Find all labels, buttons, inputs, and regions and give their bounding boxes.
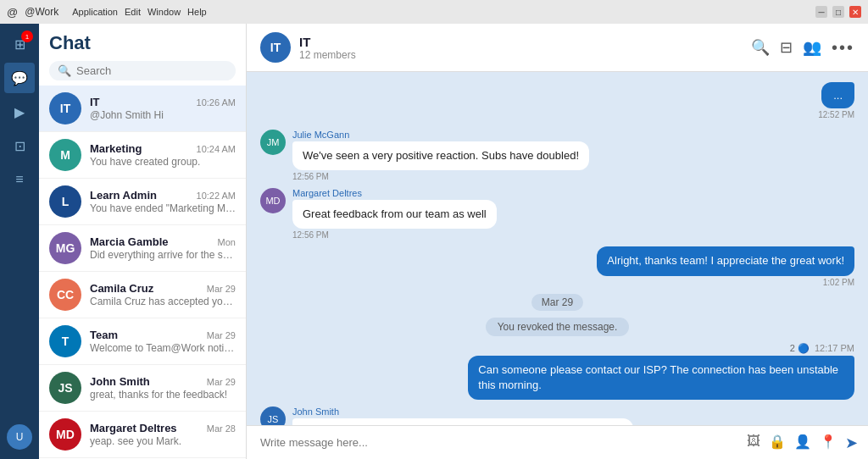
chat-info: Margaret Deltres Mar 28 yeap. see you Ma… — [90, 422, 236, 447]
members-button[interactable]: 👥 — [803, 38, 821, 58]
list-item[interactable]: MG Marcia Gamble Mon Did everything arri… — [39, 225, 246, 272]
sidebar-bottom: U — [4, 422, 35, 459]
sidebar-item-chat[interactable]: 💬 — [4, 63, 35, 93]
chat-name: Learn Admin — [90, 189, 157, 202]
table-row: 2 🔵 12:17 PM Can someone please contact … — [260, 343, 854, 400]
people-button[interactable]: 👤 — [794, 434, 811, 452]
avatar: JS — [260, 406, 286, 425]
sidebar-item-video[interactable]: ▶ — [4, 97, 35, 127]
message-input-actions: 🖼 🔒 👤 📍 ➤ — [747, 434, 858, 452]
titlebar-left: @ @Work Application Edit Window Help — [7, 6, 207, 19]
chat-preview: Did everything arrive for the serv... — [90, 249, 236, 261]
sidebar-item-apps[interactable]: ⊡ — [4, 130, 35, 161]
search-input[interactable] — [76, 64, 227, 77]
chat-preview: You have created group. — [90, 156, 236, 168]
list-item[interactable]: JS John Smith Mar 29 great, thanks for t… — [39, 365, 246, 412]
chat-header-avatar: IT — [260, 32, 291, 63]
avatar: MD — [260, 188, 286, 213]
message-input[interactable] — [257, 433, 740, 452]
chat-time: Mar 28 — [207, 423, 236, 434]
msg-content: Alright, thanks team! I appreciate the g… — [597, 246, 854, 286]
chat-header-name: IT — [299, 35, 356, 49]
system-message-row: You revoked the message. — [260, 318, 854, 336]
chat-info: Marcia Gamble Mon Did everything arrive … — [90, 235, 236, 261]
msg-content: Julie McGann We've seen a very positive … — [292, 130, 589, 181]
list-item[interactable]: L Learn Admin 10:22 AM You have ended "M… — [39, 179, 246, 225]
icon-sidebar: ⊞ 1 💬 ▶ ⊡ ≡ U — [0, 24, 39, 459]
search-box[interactable]: 🔍 — [49, 61, 236, 80]
msg-bubble: We've seen a very positive reaction. Sub… — [292, 141, 589, 170]
msg-sender: Julie McGann — [292, 130, 589, 140]
menu-application[interactable]: Application — [72, 7, 118, 17]
chat-time: 10:24 AM — [197, 144, 236, 154]
msg-time-inline: 12:17 PM — [815, 343, 854, 353]
msg-time: 1:02 PM — [823, 278, 854, 287]
lock-button[interactable]: 🔒 — [769, 434, 786, 452]
avatar: M — [49, 139, 81, 171]
app-container: ⊞ 1 💬 ▶ ⊡ ≡ U Chat 🔍 — [0, 24, 868, 459]
titlebar-title: @Work — [25, 6, 58, 18]
list-item[interactable]: T Team Mar 29 Welcome to Team@Work notif… — [39, 318, 246, 365]
search-icon: 🔍 — [58, 64, 71, 77]
location-button[interactable]: 📍 — [820, 434, 837, 452]
chat-header-actions: 🔍 ⊟ 👥 ••• — [751, 38, 854, 58]
msg-sender: Margaret Deltres — [292, 188, 497, 198]
list-item[interactable]: MD Margaret Deltres Mar 28 yeap. see you… — [39, 412, 246, 458]
date-badge: Mar 29 — [531, 294, 583, 311]
chat-time: Mar 29 — [207, 377, 236, 387]
chat-name: Team — [90, 329, 118, 341]
msg-bubble: Alright, thanks team! I appreciate the g… — [597, 246, 854, 275]
sidebar-item-menu[interactable]: ≡ — [4, 164, 35, 195]
menu-window[interactable]: Window — [147, 7, 181, 17]
maximize-button[interactable]: □ — [832, 6, 844, 18]
app-icon: @ — [7, 6, 18, 19]
titlebar: @ @Work Application Edit Window Help ─ □… — [0, 0, 868, 24]
msg-content: 2 🔵 12:17 PM Can someone please contact … — [468, 343, 854, 400]
msg-content: John Smith Yes sir, they are testing the… — [292, 406, 633, 425]
chat-info: Team Mar 29 Welcome to Team@Work notific… — [90, 329, 236, 354]
minimize-button[interactable]: ─ — [815, 6, 827, 18]
chat-name: Margaret Deltres — [90, 422, 177, 434]
search-button[interactable]: 🔍 — [751, 38, 770, 58]
msg-bubble: Can someone please contact our ISP? The … — [468, 356, 854, 400]
more-options-button[interactable]: ••• — [832, 38, 854, 58]
avatar: CC — [49, 279, 81, 311]
system-message: You revoked the message. — [486, 318, 630, 336]
list-item[interactable]: CC Camila Cruz Mar 29 Camila Cruz has ac… — [39, 272, 246, 318]
msg-time: 12:56 PM — [292, 172, 589, 181]
chat-preview: You have ended "Marketing Meet... — [90, 202, 236, 214]
chat-header: IT IT 12 members 🔍 ⊟ 👥 ••• — [247, 24, 868, 72]
chat-preview: Welcome to Team@Work notifica... — [90, 342, 236, 354]
avatar: T — [49, 325, 81, 357]
unread-count: 2 🔵 — [790, 343, 810, 354]
send-button[interactable]: ➤ — [845, 434, 858, 452]
list-item[interactable]: IT IT 10:26 AM @John Smith Hi — [39, 86, 246, 132]
date-divider: Mar 29 — [260, 294, 854, 311]
top-sent-bubble: ... — [821, 82, 854, 108]
chat-info: Marketing 10:24 AM You have created grou… — [90, 142, 236, 168]
chat-name: Camila Cruz — [90, 282, 153, 295]
chat-name: John Smith — [90, 375, 150, 388]
avatar: JS — [49, 372, 81, 404]
sidebar-item-profile[interactable]: U — [4, 422, 35, 452]
list-item[interactable]: M Marketing 10:24 AM You have created gr… — [39, 132, 246, 179]
message-input-area: 🖼 🔒 👤 📍 ➤ — [247, 425, 868, 459]
image-button[interactable]: 🖼 — [747, 434, 760, 452]
msg-bubble: Great feedback from our team as well — [292, 200, 497, 229]
chat-list-panel: Chat 🔍 IT IT 10:26 AM @John Smith Hi M M… — [39, 24, 247, 459]
sidebar-item-home[interactable]: ⊞ 1 — [4, 29, 35, 59]
avatar: JM — [260, 130, 286, 155]
chat-header-text: IT 12 members — [299, 35, 356, 61]
chat-time: Mon — [218, 237, 236, 247]
msg-bubble: Yes sir, they are testing their service … — [292, 418, 633, 425]
chat-time: Mar 29 — [207, 330, 236, 340]
chat-info: Camila Cruz Mar 29 Camila Cruz has accep… — [90, 282, 236, 307]
close-button[interactable]: ✕ — [849, 6, 861, 18]
screen-share-button[interactable]: ⊟ — [780, 38, 793, 58]
user-avatar: U — [7, 424, 32, 450]
menu-edit[interactable]: Edit — [125, 7, 141, 17]
menu-help[interactable]: Help — [187, 7, 207, 17]
top-sent-time: 12:52 PM — [260, 110, 854, 119]
chat-preview: @John Smith Hi — [90, 109, 236, 121]
msg-content: Margaret Deltres Great feedback from our… — [292, 188, 497, 240]
